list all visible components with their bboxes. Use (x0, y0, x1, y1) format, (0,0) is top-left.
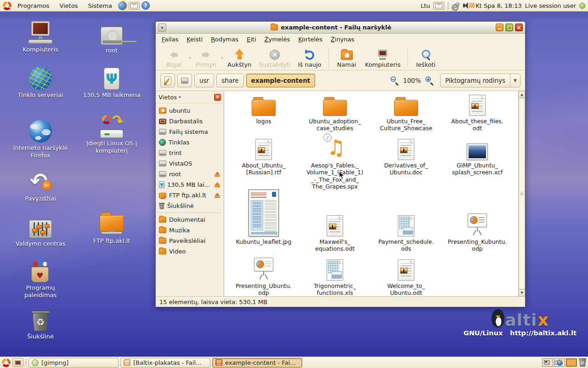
menu-rodymas[interactable]: Rodymas (207, 34, 243, 44)
menu-korteles[interactable]: Kortelės (294, 34, 327, 44)
eject-icon[interactable] (214, 182, 220, 188)
sidebar-item-darbastalis[interactable]: Darbastalis (156, 116, 224, 126)
file-presenting-kubuntu[interactable]: Presenting_Kubuntu. odp (442, 187, 512, 254)
search-button[interactable]: Ieškoti (412, 47, 440, 69)
desktop-icon-valdymo-centras[interactable]: Valdymo centras (6, 214, 75, 247)
file-view[interactable]: logos Ubuntu_adoption_ case_studies Ubun… (224, 91, 518, 296)
file-derivatives-of-ubuntu[interactable]: Derivatives_of_ Ubuntu.doc (371, 135, 441, 187)
presence-status-icon[interactable] (579, 3, 585, 9)
menu-vietos[interactable]: Vietos (56, 1, 82, 10)
sidebar-item-ubuntu[interactable]: ubuntu (156, 105, 224, 116)
file-payment-schedule[interactable]: Payment_schedule. ods (371, 187, 441, 254)
sidebar-item-siuksline[interactable]: Šiukšlinė (156, 201, 224, 211)
file-logos[interactable]: logos (229, 91, 299, 135)
sidebar-item-tinklas[interactable]: Tinklas (156, 137, 224, 148)
menu-zinynas[interactable]: Žinynas (327, 34, 358, 44)
scroll-down-icon[interactable]: ▼ (519, 289, 525, 296)
desktop-icon-programu-paleidimas[interactable]: Programų paleidimas (6, 259, 75, 299)
sidebar-item-vistaos[interactable]: VistaOS (156, 158, 224, 169)
task-button-baltix-plakatas[interactable]: [Baltix-plakatas - Fail... (120, 358, 210, 368)
window-menu-button[interactable]: ▾ (158, 23, 166, 32)
menu-keisti[interactable]: Keisti (182, 34, 207, 44)
sidebar-item-ftp[interactable]: FTP ftp.akl.lt (156, 190, 224, 201)
sidebar-item-trint[interactable]: trint (156, 148, 224, 158)
forward-button[interactable]: Pirmyn (192, 47, 220, 69)
sidebar-close-button[interactable] (214, 94, 221, 101)
path-button-usr[interactable]: usr (194, 74, 214, 87)
tool-tray-icon[interactable] (452, 2, 461, 9)
desktop-icon-tinklo-serveriai[interactable]: Tinklo serveriai (6, 66, 75, 99)
up-button[interactable]: Aukštyn (224, 47, 254, 69)
vertical-scrollbar[interactable]: ▲ ▼ (518, 91, 525, 296)
file-ubuntu-adoption[interactable]: Ubuntu_adoption_ case_studies (300, 91, 370, 135)
scrollbar-thumb[interactable] (519, 98, 525, 289)
stop-button[interactable]: Sustabdyti (256, 47, 294, 69)
clock[interactable]: Kt Spa 8, 18:13 (475, 2, 521, 9)
task-button-gimp[interactable]: [gimpng] (28, 358, 119, 368)
file-about-these-files[interactable]: About_these_files. odt (442, 91, 512, 135)
keyboard-layout-indicator[interactable]: Ltu (421, 2, 430, 9)
workspace-active[interactable] (566, 358, 577, 367)
back-history-chevron[interactable]: ▾ (189, 56, 191, 60)
mail-notification[interactable] (433, 2, 444, 10)
maximize-button[interactable] (505, 23, 513, 31)
forward-history-chevron[interactable]: ▾ (221, 56, 224, 60)
ubuntu-menu-icon[interactable] (2, 358, 11, 367)
zoom-out-button[interactable]: − (390, 76, 399, 85)
eject-icon[interactable] (214, 172, 220, 177)
menu-eiti[interactable]: Eiti (243, 34, 260, 44)
minimize-button[interactable] (496, 23, 503, 31)
file-maxwells-equations[interactable]: Maxwell's_ equations.odt (300, 187, 370, 254)
sidebar-item-failu-sistema[interactable]: Failų sistema (156, 126, 224, 137)
desktop-icon-firefox[interactable]: Interneto naršyklė Firefox (6, 119, 75, 159)
sidebar-item-dokumentai[interactable]: Dokumentai (156, 214, 224, 225)
home-button[interactable]: Namai (333, 47, 361, 69)
desktop-icon-pavyzdziai[interactable]: ↶ Pavyzdžiai (6, 169, 75, 202)
sidebar-item-usb[interactable]: 130,5 MB lai... (156, 179, 224, 190)
menu-sistema[interactable]: Sistema (84, 1, 116, 10)
file-presenting-ubuntu[interactable]: Presenting_Ubuntu. odp (229, 254, 299, 296)
trash-applet-icon[interactable] (579, 358, 586, 367)
desktop-icon-siuksline[interactable]: Šiukšlinė (6, 307, 75, 340)
file-about-ubuntu-russian[interactable]: About_Ubuntu_ [Russian].rtf (229, 135, 299, 187)
firefox-launcher-icon[interactable] (118, 1, 127, 10)
path-button-share[interactable]: share (216, 74, 243, 87)
desktop-icon-usb-laikmena[interactable]: 130,5 MB laikmena (77, 66, 147, 99)
back-button[interactable]: Atgal (159, 47, 188, 69)
zoom-in-button[interactable]: + (425, 76, 434, 85)
volume-icon[interactable]: ))) (463, 2, 472, 9)
mail-launcher[interactable] (129, 2, 140, 10)
menu-failas[interactable]: Failas (158, 34, 182, 44)
desktop-icon-install-linux[interactable]: ↷ Įdiegti Linux OS į kompiuterį (77, 114, 147, 154)
show-desktop-button[interactable] (12, 358, 23, 367)
path-button-root[interactable] (177, 74, 192, 87)
task-button-example-content[interactable]: example-content - Fai... (212, 358, 302, 368)
reload-button[interactable]: Iš naujo (295, 47, 325, 69)
path-button-example-content[interactable]: example-content (246, 74, 316, 87)
edit-location-button[interactable] (160, 74, 175, 87)
eject-icon[interactable] (214, 193, 220, 198)
file-welcome-to-ubuntu[interactable]: Welcome_to_ Ubuntu.odt (371, 254, 441, 296)
desktop-icon-kompiuteris[interactable]: Kompiuteris (6, 20, 75, 53)
file-ubuntu-free-culture[interactable]: Ubuntu_Free_ Culture_Showcase (371, 91, 441, 135)
sidebar-header[interactable]: Vietos ▾ (156, 91, 224, 104)
workspace-2[interactable] (554, 358, 565, 367)
desktop-icon-ftp[interactable]: FTP ftp.akl.lt (77, 212, 147, 245)
file-aesops-fables[interactable]: ♫♪ Aesop's_Fables,_ Volume_1_(Fable_1) _… (300, 135, 370, 187)
file-gimp-splash[interactable]: GIMP_Ubuntu_ splash_screen.xcf (442, 135, 512, 187)
view-mode-select[interactable]: Piktogramų rodinys ▼ (440, 74, 520, 87)
titlebar[interactable]: ▾ example-content - Failų naršyklė (156, 22, 525, 34)
help-icon[interactable] (141, 1, 150, 10)
user-switcher[interactable]: Live session user (525, 2, 576, 9)
file-trigonometric-functions[interactable]: Trigonometric_ functions.xls (300, 254, 370, 296)
computer-button[interactable]: Kompiuteris (362, 47, 404, 69)
scroll-up-icon[interactable]: ▲ (519, 91, 525, 98)
file-kubuntu-leaflet[interactable]: Kubuntu_leaflet.jpg (229, 187, 299, 254)
sidebar-item-root[interactable]: root (156, 169, 224, 179)
workspace-switcher[interactable] (542, 358, 577, 367)
sidebar-item-paveiksleliai[interactable]: Paveikslėliai (156, 236, 224, 246)
sidebar-item-muzika[interactable]: Muzika (156, 225, 224, 236)
sidebar-item-video[interactable]: Video (156, 246, 224, 257)
close-button[interactable] (515, 23, 523, 31)
desktop-icon-root[interactable]: root (77, 21, 147, 54)
